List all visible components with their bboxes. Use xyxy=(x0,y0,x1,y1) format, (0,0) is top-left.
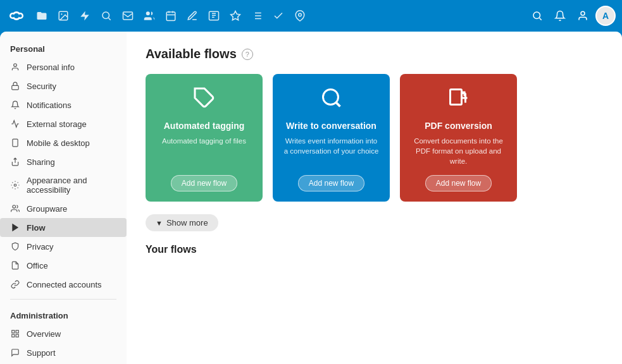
tag-icon xyxy=(193,87,216,114)
svg-rect-26 xyxy=(16,334,18,337)
overview-icon xyxy=(10,329,20,339)
write-conversation-title: Write to conversation xyxy=(286,121,376,131)
notifications-button[interactable] xyxy=(550,6,570,26)
sidebar-item-security-label: Security xyxy=(27,82,56,91)
mobile-icon xyxy=(10,138,20,148)
svg-point-4 xyxy=(19,15,22,18)
svg-rect-25 xyxy=(12,334,15,337)
photos-nav-icon[interactable] xyxy=(54,7,72,25)
svg-rect-11 xyxy=(166,12,175,21)
personal-section-label: Personal xyxy=(0,38,127,58)
sidebar-item-flow-label: Flow xyxy=(27,223,46,233)
svg-point-5 xyxy=(14,13,19,18)
sidebar-item-privacy[interactable]: Privacy xyxy=(0,237,127,256)
calendar-nav-icon[interactable] xyxy=(162,7,180,25)
share-icon xyxy=(10,157,20,167)
maps-nav-icon[interactable] xyxy=(291,7,309,25)
notes-nav-icon[interactable] xyxy=(183,7,201,25)
svg-point-8 xyxy=(103,12,109,19)
svg-point-20 xyxy=(14,184,16,186)
help-icon[interactable]: ? xyxy=(242,49,253,60)
sidebar-item-notifications[interactable]: Notifications xyxy=(0,95,127,114)
svg-rect-9 xyxy=(123,12,133,20)
chevron-down-icon: ▼ xyxy=(156,219,163,227)
pdf-conversion-card: PDF conversion Convert documents into th… xyxy=(400,74,517,202)
nextcloud-logo[interactable] xyxy=(6,6,27,26)
sidebar-item-connected-label: Connected accounts xyxy=(27,280,102,289)
topbar-right: A xyxy=(527,6,616,26)
flow-cards-container: Automated tagging Automated tagging of f… xyxy=(146,74,603,202)
sidebar-item-groupware[interactable]: Groupware xyxy=(0,199,127,218)
sidebar-item-connected-accounts[interactable]: Connected accounts xyxy=(0,275,127,294)
avatar[interactable]: A xyxy=(595,6,616,26)
pdf-conversion-desc: Convert documents into the PDF format on… xyxy=(410,136,507,166)
admin-section-label: Administration xyxy=(0,305,127,324)
sidebar-item-external-storage-label: External storage xyxy=(27,119,87,129)
chat-icon xyxy=(320,87,343,114)
svg-point-10 xyxy=(146,11,150,15)
forms-nav-icon[interactable] xyxy=(205,7,223,25)
list-nav-icon[interactable] xyxy=(248,7,266,25)
pdf-conversion-add-button[interactable]: Add new flow xyxy=(425,175,492,191)
person-icon xyxy=(10,62,20,72)
sidebar-item-mobile-label: Mobile & desktop xyxy=(27,138,90,148)
flow-icon xyxy=(10,222,20,233)
available-flows-title: Available flows xyxy=(146,47,237,61)
sidebar-item-mobile-desktop[interactable]: Mobile & desktop xyxy=(0,133,127,152)
sidebar-item-groupware-label: Groupware xyxy=(27,204,67,214)
sidebar-item-overview[interactable]: Overview xyxy=(0,324,127,343)
user-menu-button[interactable] xyxy=(573,6,593,26)
contacts-nav-icon[interactable] xyxy=(140,7,158,25)
sidebar-item-privacy-label: Privacy xyxy=(27,242,54,252)
svg-point-21 xyxy=(13,205,16,209)
sidebar-item-sharing[interactable]: Sharing xyxy=(0,152,127,171)
svg-point-16 xyxy=(581,11,585,15)
svg-rect-18 xyxy=(12,85,19,89)
show-more-button[interactable]: ▼ Show more xyxy=(146,214,218,231)
available-flows-header: Available flows ? xyxy=(146,47,603,61)
write-conversation-add-button[interactable]: Add new flow xyxy=(298,175,364,191)
appearance-icon xyxy=(10,180,20,190)
write-conversation-desc: Writes event information into a conversa… xyxy=(283,136,380,166)
sidebar-item-office[interactable]: Office xyxy=(0,256,127,275)
svg-point-3 xyxy=(11,15,15,18)
main-container: Personal Personal info Security Notifica… xyxy=(0,32,622,364)
sidebar-item-external-storage[interactable]: External storage xyxy=(0,114,127,133)
sidebar-item-sharing-label: Sharing xyxy=(27,157,55,167)
sidebar-item-personal-info-label: Personal info xyxy=(27,63,75,72)
show-more-label: Show more xyxy=(166,218,208,228)
search-nav-icon[interactable] xyxy=(97,7,115,25)
sidebar-item-flow[interactable]: Flow xyxy=(0,218,127,237)
external-storage-icon xyxy=(10,119,20,129)
groupware-icon xyxy=(10,203,20,214)
topbar: A xyxy=(0,0,622,32)
sidebar-item-appearance-label: Appearance and accessibility xyxy=(27,176,116,195)
mail-nav-icon[interactable] xyxy=(119,7,137,25)
sidebar-item-support[interactable]: Support xyxy=(0,343,127,362)
sidebar-item-office-label: Office xyxy=(27,261,48,270)
svg-rect-30 xyxy=(450,90,461,105)
svg-point-7 xyxy=(61,13,62,15)
svg-point-14 xyxy=(299,13,302,16)
automated-tagging-add-button[interactable]: Add new flow xyxy=(171,175,237,191)
sidebar-item-security[interactable]: Security xyxy=(0,76,127,95)
connected-icon xyxy=(10,279,20,289)
files-nav-icon[interactable] xyxy=(33,7,51,25)
svg-point-17 xyxy=(14,64,17,67)
sidebar-item-personal-info[interactable]: Personal info xyxy=(0,58,127,76)
automated-tagging-title: Automated tagging xyxy=(164,121,245,131)
svg-rect-23 xyxy=(12,331,15,333)
starred-nav-icon[interactable] xyxy=(227,7,244,25)
office-icon xyxy=(10,260,20,270)
svg-point-29 xyxy=(323,90,338,105)
tasks-nav-icon[interactable] xyxy=(270,7,287,25)
lock-icon xyxy=(10,81,20,91)
activity-nav-icon[interactable] xyxy=(76,7,94,25)
sidebar-item-overview-label: Overview xyxy=(27,329,61,339)
automated-tagging-card: Automated tagging Automated tagging of f… xyxy=(146,74,263,202)
search-top-button[interactable] xyxy=(527,6,547,26)
write-to-conversation-card: Write to conversation Writes event infor… xyxy=(273,74,390,202)
svg-marker-13 xyxy=(231,11,240,20)
sidebar-item-appearance[interactable]: Appearance and accessibility xyxy=(0,171,127,199)
sidebar-item-support-label: Support xyxy=(27,348,56,358)
